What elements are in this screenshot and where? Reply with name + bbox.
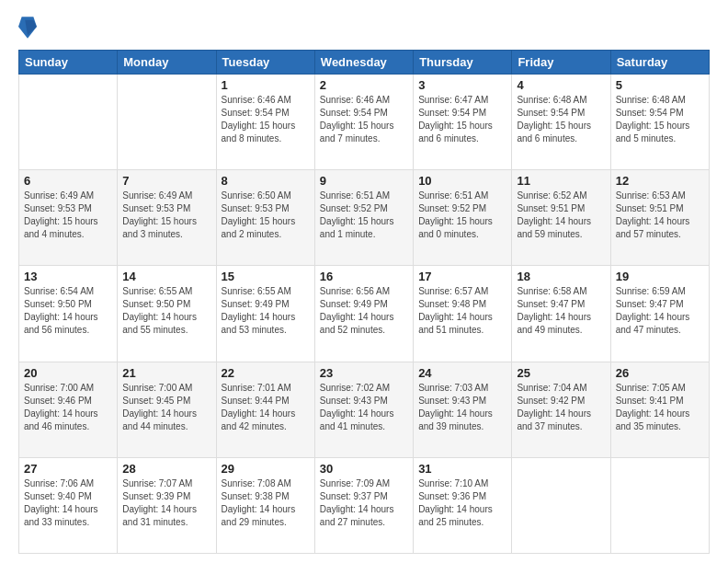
day-number: 8 <box>222 174 310 188</box>
day-info: Sunrise: 6:51 AM Sunset: 9:52 PM Dayligh… <box>418 190 506 241</box>
day-info: Sunrise: 7:03 AM Sunset: 9:43 PM Dayligh… <box>418 382 506 433</box>
day-number: 3 <box>418 78 506 92</box>
day-number: 16 <box>320 270 408 283</box>
day-info: Sunrise: 6:47 AM Sunset: 9:54 PM Dayligh… <box>418 94 506 145</box>
calendar-cell: 7Sunrise: 6:49 AM Sunset: 9:53 PM Daylig… <box>118 170 216 266</box>
day-number: 26 <box>616 366 704 380</box>
day-info: Sunrise: 6:58 AM Sunset: 9:47 PM Dayligh… <box>517 285 605 337</box>
day-info: Sunrise: 6:48 AM Sunset: 9:54 PM Dayligh… <box>517 94 605 145</box>
day-info: Sunrise: 7:05 AM Sunset: 9:41 PM Dayligh… <box>616 382 704 433</box>
day-number: 29 <box>222 462 310 476</box>
day-number: 14 <box>122 270 210 283</box>
calendar-cell: 1Sunrise: 6:46 AM Sunset: 9:54 PM Daylig… <box>216 75 314 170</box>
day-info: Sunrise: 7:06 AM Sunset: 9:40 PM Dayligh… <box>24 477 112 529</box>
calendar-cell: 9Sunrise: 6:51 AM Sunset: 9:52 PM Daylig… <box>314 170 413 266</box>
day-number: 11 <box>517 174 605 188</box>
day-number: 5 <box>616 78 704 92</box>
day-number: 10 <box>418 174 506 188</box>
calendar-cell: 20Sunrise: 7:00 AM Sunset: 9:46 PM Dayli… <box>19 362 118 457</box>
calendar-cell: 19Sunrise: 6:59 AM Sunset: 9:47 PM Dayli… <box>610 266 709 362</box>
calendar-cell: 14Sunrise: 6:55 AM Sunset: 9:50 PM Dayli… <box>118 266 216 362</box>
calendar-table: SundayMondayTuesdayWednesdayThursdayFrid… <box>18 50 710 554</box>
day-number: 17 <box>418 270 506 283</box>
weekday-header-sunday: Sunday <box>19 51 118 75</box>
day-number: 4 <box>517 78 605 92</box>
logo-icon <box>18 15 37 40</box>
day-number: 28 <box>122 462 210 476</box>
calendar-cell: 8Sunrise: 6:50 AM Sunset: 9:53 PM Daylig… <box>216 170 314 266</box>
calendar-cell: 11Sunrise: 6:52 AM Sunset: 9:51 PM Dayli… <box>512 170 610 266</box>
weekday-header-thursday: Thursday <box>414 51 512 75</box>
day-number: 30 <box>320 462 408 476</box>
calendar-cell: 6Sunrise: 6:49 AM Sunset: 9:53 PM Daylig… <box>19 170 118 266</box>
day-info: Sunrise: 6:54 AM Sunset: 9:50 PM Dayligh… <box>24 285 112 337</box>
calendar-cell <box>118 75 216 170</box>
calendar-cell: 29Sunrise: 7:08 AM Sunset: 9:38 PM Dayli… <box>216 457 314 553</box>
calendar-cell: 10Sunrise: 6:51 AM Sunset: 9:52 PM Dayli… <box>414 170 512 266</box>
day-number: 15 <box>222 270 310 283</box>
day-info: Sunrise: 6:51 AM Sunset: 9:52 PM Dayligh… <box>320 190 408 241</box>
calendar-cell: 30Sunrise: 7:09 AM Sunset: 9:37 PM Dayli… <box>314 457 413 553</box>
day-info: Sunrise: 7:04 AM Sunset: 9:42 PM Dayligh… <box>517 382 605 433</box>
day-info: Sunrise: 6:57 AM Sunset: 9:48 PM Dayligh… <box>418 285 506 337</box>
day-info: Sunrise: 6:59 AM Sunset: 9:47 PM Dayligh… <box>616 285 704 337</box>
page: SundayMondayTuesdayWednesdayThursdayFrid… <box>0 0 728 563</box>
day-number: 7 <box>122 174 210 188</box>
day-info: Sunrise: 6:55 AM Sunset: 9:50 PM Dayligh… <box>122 285 210 337</box>
day-info: Sunrise: 7:01 AM Sunset: 9:44 PM Dayligh… <box>222 382 310 433</box>
day-number: 2 <box>320 78 408 92</box>
day-number: 12 <box>616 174 704 188</box>
calendar-cell: 26Sunrise: 7:05 AM Sunset: 9:41 PM Dayli… <box>610 362 709 457</box>
calendar-cell: 25Sunrise: 7:04 AM Sunset: 9:42 PM Dayli… <box>512 362 610 457</box>
day-number: 25 <box>517 366 605 380</box>
calendar-cell <box>512 457 610 553</box>
calendar-week-2: 6Sunrise: 6:49 AM Sunset: 9:53 PM Daylig… <box>19 170 710 266</box>
calendar-cell: 13Sunrise: 6:54 AM Sunset: 9:50 PM Dayli… <box>19 266 118 362</box>
day-info: Sunrise: 7:00 AM Sunset: 9:45 PM Dayligh… <box>122 382 210 433</box>
calendar-cell: 17Sunrise: 6:57 AM Sunset: 9:48 PM Dayli… <box>414 266 512 362</box>
weekday-header-monday: Monday <box>118 51 216 75</box>
calendar-cell: 18Sunrise: 6:58 AM Sunset: 9:47 PM Dayli… <box>512 266 610 362</box>
day-number: 9 <box>320 174 408 188</box>
calendar-cell: 2Sunrise: 6:46 AM Sunset: 9:54 PM Daylig… <box>314 75 413 170</box>
day-info: Sunrise: 6:49 AM Sunset: 9:53 PM Dayligh… <box>24 190 112 241</box>
header <box>18 15 710 40</box>
day-info: Sunrise: 7:02 AM Sunset: 9:43 PM Dayligh… <box>320 382 408 433</box>
day-info: Sunrise: 6:46 AM Sunset: 9:54 PM Dayligh… <box>222 94 310 145</box>
day-info: Sunrise: 6:50 AM Sunset: 9:53 PM Dayligh… <box>222 190 310 241</box>
weekday-header-friday: Friday <box>512 51 610 75</box>
day-info: Sunrise: 7:09 AM Sunset: 9:37 PM Dayligh… <box>320 477 408 529</box>
day-info: Sunrise: 6:46 AM Sunset: 9:54 PM Dayligh… <box>320 94 408 145</box>
calendar-cell: 4Sunrise: 6:48 AM Sunset: 9:54 PM Daylig… <box>512 75 610 170</box>
calendar-cell: 12Sunrise: 6:53 AM Sunset: 9:51 PM Dayli… <box>610 170 709 266</box>
calendar-cell: 23Sunrise: 7:02 AM Sunset: 9:43 PM Dayli… <box>314 362 413 457</box>
day-number: 24 <box>418 366 506 380</box>
logo <box>18 15 39 40</box>
day-info: Sunrise: 7:00 AM Sunset: 9:46 PM Dayligh… <box>24 382 112 433</box>
weekday-header-saturday: Saturday <box>610 51 709 75</box>
weekday-header-row: SundayMondayTuesdayWednesdayThursdayFrid… <box>19 51 710 75</box>
calendar-cell: 28Sunrise: 7:07 AM Sunset: 9:39 PM Dayli… <box>118 457 216 553</box>
day-info: Sunrise: 6:52 AM Sunset: 9:51 PM Dayligh… <box>517 190 605 241</box>
day-number: 27 <box>24 462 112 476</box>
weekday-header-wednesday: Wednesday <box>314 51 413 75</box>
calendar-cell <box>19 75 118 170</box>
calendar-cell: 3Sunrise: 6:47 AM Sunset: 9:54 PM Daylig… <box>414 75 512 170</box>
day-number: 18 <box>517 270 605 283</box>
calendar-cell: 5Sunrise: 6:48 AM Sunset: 9:54 PM Daylig… <box>610 75 709 170</box>
calendar-cell <box>610 457 709 553</box>
day-info: Sunrise: 7:08 AM Sunset: 9:38 PM Dayligh… <box>222 477 310 529</box>
day-info: Sunrise: 6:55 AM Sunset: 9:49 PM Dayligh… <box>222 285 310 337</box>
day-info: Sunrise: 6:53 AM Sunset: 9:51 PM Dayligh… <box>616 190 704 241</box>
day-number: 21 <box>122 366 210 380</box>
calendar-cell: 22Sunrise: 7:01 AM Sunset: 9:44 PM Dayli… <box>216 362 314 457</box>
calendar-week-4: 20Sunrise: 7:00 AM Sunset: 9:46 PM Dayli… <box>19 362 710 457</box>
day-info: Sunrise: 7:07 AM Sunset: 9:39 PM Dayligh… <box>122 477 210 529</box>
calendar-week-3: 13Sunrise: 6:54 AM Sunset: 9:50 PM Dayli… <box>19 266 710 362</box>
calendar-cell: 21Sunrise: 7:00 AM Sunset: 9:45 PM Dayli… <box>118 362 216 457</box>
calendar-cell: 31Sunrise: 7:10 AM Sunset: 9:36 PM Dayli… <box>414 457 512 553</box>
calendar-cell: 15Sunrise: 6:55 AM Sunset: 9:49 PM Dayli… <box>216 266 314 362</box>
day-number: 19 <box>616 270 704 283</box>
calendar-cell: 27Sunrise: 7:06 AM Sunset: 9:40 PM Dayli… <box>19 457 118 553</box>
day-number: 22 <box>222 366 310 380</box>
